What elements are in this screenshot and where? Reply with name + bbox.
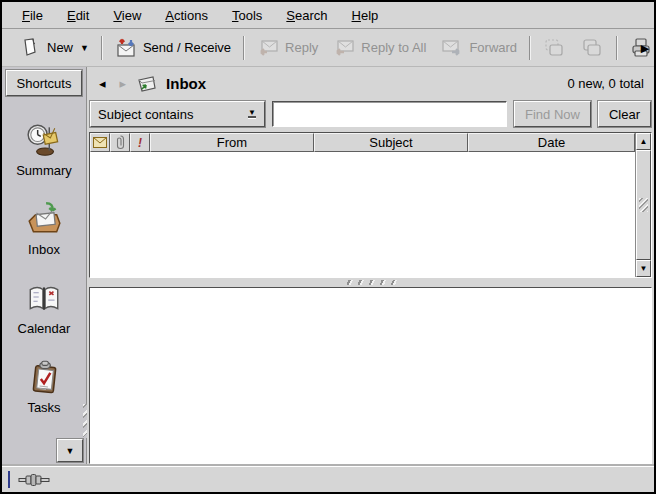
message-status-icon <box>93 137 107 148</box>
new-button-label: New <box>47 40 73 55</box>
menu-file[interactable]: File <box>10 4 55 27</box>
status-progress-edge <box>8 471 10 488</box>
new-dropdown-chevron-icon[interactable]: ▼ <box>80 43 89 53</box>
toolbar-separator <box>243 36 244 60</box>
back-button[interactable]: ◂ <box>95 76 110 91</box>
column-from-label: From <box>217 135 247 150</box>
forward-button[interactable]: Forward <box>433 32 524 64</box>
forward-icon <box>440 36 464 60</box>
clear-button[interactable]: Clear <box>598 101 651 127</box>
status-bar <box>2 466 654 492</box>
message-list-scrollbar[interactable]: ▲ ▼ <box>635 133 651 277</box>
column-date-label: Date <box>538 135 565 150</box>
column-date[interactable]: Date <box>468 133 635 152</box>
chevron-down-icon: ▼ <box>640 264 648 273</box>
find-now-label: Find Now <box>525 107 580 122</box>
chevron-up-icon: ▲ <box>640 137 648 146</box>
chevron-down-icon: ▼ <box>66 446 75 456</box>
reply-label: Reply <box>285 40 318 55</box>
scrollbar-grip <box>639 198 648 212</box>
message-list-body[interactable] <box>90 152 635 277</box>
forward-label: Forward <box>469 40 517 55</box>
reply-to-all-button[interactable]: Reply to All <box>325 32 433 64</box>
pane-splitter[interactable] <box>87 278 654 287</box>
column-attachment[interactable] <box>110 133 130 152</box>
send-receive-icon <box>114 36 138 60</box>
inbox-folder-icon <box>136 74 158 94</box>
toolbar-separator <box>101 36 102 60</box>
sidebar-item-label: Calendar <box>18 321 71 336</box>
sidebar-scroll-down-button[interactable]: ▼ <box>57 439 83 462</box>
mail-view: ◂ ▸ Inbox 0 new, 0 total Subject contain… <box>87 67 654 466</box>
message-preview-pane[interactable] <box>89 287 652 464</box>
shortcuts-group-button[interactable]: Shortcuts <box>6 70 82 96</box>
shortcut-bar: Shortcuts Summary <box>2 67 87 466</box>
column-headers: ! From Subject Date <box>90 133 635 152</box>
toolbar-separator <box>529 36 530 60</box>
copy-to-folder-button[interactable] <box>573 32 611 64</box>
tasks-icon <box>25 358 63 396</box>
menu-help[interactable]: Help <box>340 4 391 27</box>
menu-edit[interactable]: Edit <box>55 4 101 27</box>
menu-actions[interactable]: Actions <box>153 4 220 27</box>
reply-icon <box>256 36 280 60</box>
sidebar-item-summary[interactable]: Summary <box>2 121 86 178</box>
splitter-grip-icon <box>342 280 400 285</box>
scroll-down-button[interactable]: ▼ <box>636 260 651 277</box>
scroll-up-button[interactable]: ▲ <box>636 133 651 150</box>
sidebar-item-calendar[interactable]: Calendar <box>2 279 86 336</box>
menu-search[interactable]: Search <box>274 4 339 27</box>
column-message-status[interactable] <box>90 133 110 152</box>
evolution-window: File Edit View Actions Tools Search Help… <box>0 0 656 494</box>
forward-button-nav[interactable]: ▸ <box>116 76 131 91</box>
column-from[interactable]: From <box>150 133 314 152</box>
shortcuts-label: Shortcuts <box>17 76 72 91</box>
folder-header: ◂ ▸ Inbox 0 new, 0 total <box>87 67 654 100</box>
column-subject[interactable]: Subject <box>314 133 468 152</box>
message-list: ! From Subject Date <box>89 132 652 278</box>
attachment-icon <box>116 135 125 150</box>
search-criteria-value: Subject contains <box>91 107 242 122</box>
importance-icon: ! <box>138 136 142 150</box>
reply-to-all-label: Reply to All <box>361 40 426 55</box>
inbox-icon <box>25 200 63 238</box>
column-subject-label: Subject <box>369 135 412 150</box>
move-to-folder-button[interactable] <box>535 32 573 64</box>
menu-bar: File Edit View Actions Tools Search Help <box>2 2 654 29</box>
search-input[interactable] <box>272 101 507 127</box>
menu-view[interactable]: View <box>101 4 153 27</box>
search-criteria-dropdown[interactable]: Subject contains ▼ <box>90 101 265 127</box>
send-receive-button[interactable]: Send / Receive <box>107 32 238 64</box>
summary-icon <box>25 121 63 159</box>
toolbar-overflow-arrow[interactable]: ▶ <box>639 41 651 55</box>
new-button[interactable]: New ▼ <box>11 32 96 64</box>
column-importance[interactable]: ! <box>130 133 150 152</box>
new-document-icon <box>18 36 42 60</box>
clear-label: Clear <box>609 107 640 122</box>
search-bar: Subject contains ▼ Find Now Clear <box>87 100 654 132</box>
sidebar-item-label: Summary <box>16 163 72 178</box>
reply-to-all-icon <box>332 36 356 60</box>
find-now-button[interactable]: Find Now <box>514 101 591 127</box>
sidebar-item-label: Inbox <box>28 242 60 257</box>
calendar-icon <box>25 279 63 317</box>
move-to-folder-icon <box>542 36 566 60</box>
scrollbar-thumb[interactable] <box>636 150 651 260</box>
reply-button[interactable]: Reply <box>249 32 325 64</box>
copy-to-folder-icon <box>580 36 604 60</box>
toolbar-separator <box>616 36 617 60</box>
sidebar-splitter-grip[interactable] <box>83 404 87 438</box>
menu-tools[interactable]: Tools <box>220 4 274 27</box>
toolbar: New ▼ Send / Receive Reply <box>2 29 654 67</box>
folder-title: Inbox <box>166 75 206 92</box>
sidebar-item-label: Tasks <box>27 400 60 415</box>
send-receive-label: Send / Receive <box>143 40 231 55</box>
online-plug-icon[interactable] <box>18 473 52 487</box>
message-list-table: ! From Subject Date <box>90 133 635 277</box>
sidebar-item-inbox[interactable]: Inbox <box>2 200 86 257</box>
dropdown-arrow-icon: ▼ <box>242 104 262 124</box>
sidebar-item-tasks[interactable]: Tasks <box>2 358 86 415</box>
message-counts: 0 new, 0 total <box>567 76 644 91</box>
content-area: Shortcuts Summary <box>2 67 654 466</box>
